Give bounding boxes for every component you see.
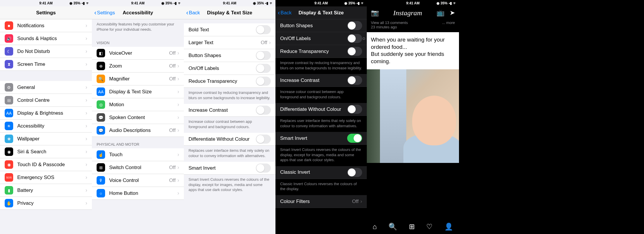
row-label: Screen Time [17,61,85,67]
toggle-onoff[interactable] [256,64,271,73]
send-icon[interactable]: ➤ [450,9,455,17]
row-label: Motion [109,102,177,108]
back-button[interactable]: ‹Settings [94,9,115,17]
post-time: 23 minutes ago [371,25,455,29]
row-icon: ☝ [97,150,105,159]
settings-row[interactable]: ⊟Control Centre› [0,94,92,107]
desc-classic-invert: Classic Invert Colours reverses the colo… [275,179,367,195]
back-button[interactable]: ‹Back [186,9,200,17]
settings-row[interactable]: ◎Motion› [92,98,184,111]
nav-header: Settings [0,6,92,19]
chevron-left-icon: ‹ [186,9,188,17]
desc-increase-contrast: Increase colour contrast between app for… [184,117,275,133]
toggle-shapes[interactable] [256,51,271,60]
settings-row[interactable]: AADisplay & Brightness› [0,107,92,120]
settings-row[interactable]: ⊞Switch ControlOff› [92,161,184,174]
row-colour-filters[interactable]: Colour FiltersOff› [275,195,367,208]
row-larger-text[interactable]: Larger TextOff› [184,36,275,49]
status-bar: 9:41 AM ◉35%▪▮ᯤ [367,0,459,6]
toggle-smart-invert[interactable] [347,134,362,143]
page-title: Display & Text Size [299,10,344,16]
settings-row[interactable]: ○Home Button› [92,187,184,200]
row-reduce-transparency[interactable]: Reduce Transparency [275,45,367,58]
heart-icon[interactable]: ♡ [426,223,433,231]
toggle-smart-invert[interactable] [256,164,271,173]
status-bar: 9:41 AM ◉35%▪▮ᯤ [0,0,92,6]
chevron-right-icon: › [85,174,87,180]
settings-row[interactable]: ◉Siri & Search› [0,145,92,158]
settings-row[interactable]: ☾Do Not Disturb› [0,45,92,58]
chevron-left-icon: ‹ [278,9,280,17]
toggle-bold[interactable] [256,25,271,34]
row-increase-contrast[interactable]: Increase Contrast [184,104,275,117]
nav-header: ‹Back Display & Text Size [275,6,367,19]
settings-row[interactable]: 🔊Sounds & Haptics› [0,32,92,45]
post-image[interactable] [367,69,459,163]
add-icon[interactable]: ⊞ [409,223,415,231]
page-title: Display & Text Size [207,10,252,16]
nav-header: ‹Back Display & Text Size [184,6,275,19]
row-smart-invert[interactable]: Smart Invert [184,162,275,175]
igtv-icon[interactable]: 📺 [436,9,444,17]
chevron-right-icon: › [85,84,87,90]
toggle-increase-contrast[interactable] [256,106,271,115]
row-bold-text[interactable]: Bold Text [184,23,275,36]
row-smart-invert[interactable]: Smart Invert [275,132,367,145]
chevron-right-icon: › [85,136,87,142]
camera-icon[interactable]: 📷 [371,9,379,17]
chevron-right-icon: › [85,110,87,116]
settings-row[interactable]: ◧VoiceOverOff› [92,47,184,60]
settings-row[interactable]: AADisplay & Text Size› [92,85,184,98]
row-icon: ⊟ [5,96,13,104]
row-onoff-labels[interactable]: On/Off Labels [275,32,367,45]
settings-row[interactable]: ◉Touch ID & Passcode› [0,158,92,171]
toggle-reduce-trans[interactable] [256,77,271,86]
toggle-increase-contrast[interactable] [347,76,362,85]
toggle-onoff[interactable] [347,34,362,43]
row-icon: ☾ [5,47,13,56]
settings-row[interactable]: ■Notifications› [0,19,92,32]
row-diff-colour[interactable]: Differentiate Without Colour [275,103,367,116]
row-increase-contrast[interactable]: Increase Contrast [275,74,367,87]
settings-row[interactable]: 🎙Voice ControlOff› [92,174,184,187]
chevron-right-icon: › [85,35,87,42]
row-diff-colour[interactable]: Differentiate Without Colour [184,133,275,146]
settings-row[interactable]: ⚙General› [0,81,92,94]
row-label: Battery [17,187,85,193]
chevron-right-icon: › [177,152,179,158]
chevron-right-icon: › [177,164,179,171]
row-classic-invert[interactable]: Classic Invert [275,166,367,179]
row-button-shapes[interactable]: Button Shapes [275,19,367,32]
settings-row[interactable]: ☀Accessibility› [0,120,92,133]
settings-row[interactable]: SOSEmergency SOS› [0,171,92,184]
row-icon: ○ [97,189,105,197]
settings-row[interactable]: 🔍MagnifierOff› [92,73,184,85]
settings-row[interactable]: ✋Privacy› [0,197,92,210]
search-icon[interactable]: 🔍 [388,223,397,231]
settings-row[interactable]: ⊕ZoomOff› [92,60,184,73]
row-button-shapes[interactable]: Button Shapes [184,49,275,62]
post-options-icon[interactable]: ⋯ [450,38,456,44]
settings-row[interactable]: 💬Spoken Content› [92,111,184,124]
toggle-diff-colour[interactable] [256,135,271,144]
toggle-diff-colour[interactable] [347,105,362,114]
row-label: Emergency SOS [17,175,85,180]
settings-row[interactable]: ❀Wallpaper› [0,133,92,145]
settings-row[interactable]: ☝Touch› [92,148,184,161]
back-button[interactable]: ‹Back [278,9,292,17]
more-link[interactable]: ... more [442,20,455,25]
row-label: Spoken Content [109,115,177,121]
home-icon[interactable]: ⌂ [373,223,377,231]
row-reduce-transparency[interactable]: Reduce Transparency [184,75,275,88]
settings-row[interactable]: 💬Audio DescriptionsOff› [92,124,184,137]
chevron-right-icon: › [85,97,87,103]
toggle-reduce-trans[interactable] [347,47,362,56]
settings-row[interactable]: ▮Battery› [0,184,92,197]
toggle-shapes[interactable] [347,21,362,30]
desc-reduce-trans: Improve contrast by reducing transparenc… [275,58,367,74]
toggle-classic-invert[interactable] [347,168,362,177]
row-onoff-labels[interactable]: On/Off Labels [184,62,275,75]
settings-row[interactable]: ⧗Screen Time› [0,58,92,71]
profile-icon[interactable]: 👤 [444,223,453,231]
chevron-right-icon: › [269,39,271,46]
